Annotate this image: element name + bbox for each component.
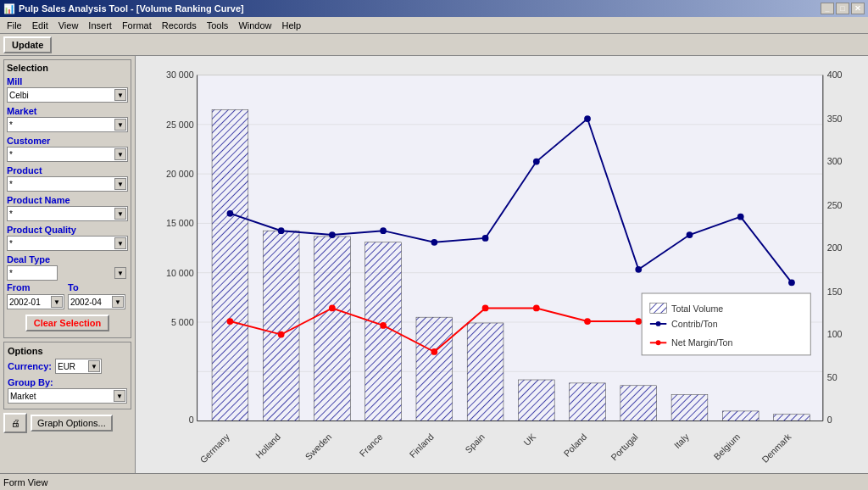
bottom-buttons: 🖨 Graph Options... — [3, 413, 131, 433]
deal-type-label: Deal Type — [7, 254, 128, 264]
selection-section: Selection Mill Celbi ▼ Market * ▼ Custom… — [3, 59, 131, 338]
from-select[interactable]: 2002-01 — [7, 294, 64, 309]
svg-rect-39 — [671, 394, 708, 420]
group-by-select[interactable]: Market Customer Product — [8, 388, 127, 404]
currency-row: Currency: EUR USD GBP ▼ — [8, 359, 127, 374]
menu-help[interactable]: Help — [277, 19, 307, 32]
menu-records[interactable]: Records — [157, 19, 202, 32]
svg-text:15 000: 15 000 — [166, 218, 194, 228]
svg-point-54 — [227, 210, 234, 217]
svg-text:0: 0 — [827, 415, 832, 425]
printer-icon: 🖨 — [11, 418, 20, 428]
svg-text:Net Margin/Ton: Net Margin/Ton — [671, 337, 732, 348]
svg-point-56 — [329, 231, 336, 238]
to-dropdown-container: 2002-04 ▼ — [68, 294, 125, 309]
update-button[interactable]: Update — [3, 36, 52, 53]
svg-text:350: 350 — [827, 114, 843, 124]
toolbar: Update — [0, 34, 868, 56]
market-dropdown-container: * ▼ — [7, 117, 128, 132]
svg-rect-38 — [620, 386, 657, 421]
maximize-button[interactable]: □ — [836, 3, 849, 14]
product-name-dropdown-container: * ▼ — [7, 206, 128, 221]
menu-format[interactable]: Format — [117, 19, 157, 32]
deal-type-dropdown-arrow: ▼ — [114, 267, 126, 279]
from-label: From — [7, 282, 32, 292]
chart-svg: 30 000 25 000 20 000 15 000 10 000 5 000… — [142, 63, 861, 466]
deal-type-dropdown-container: * ▼ — [7, 265, 128, 281]
options-section: Options Currency: EUR USD GBP ▼ Group By… — [3, 342, 131, 409]
svg-rect-37 — [570, 383, 606, 421]
to-container: To 2002-04 ▼ — [68, 282, 125, 311]
app-icon: 📊 — [3, 3, 15, 14]
svg-text:400: 400 — [827, 70, 843, 80]
svg-text:5 000: 5 000 — [171, 317, 194, 327]
svg-text:100: 100 — [827, 329, 843, 339]
product-dropdown-container: * ▼ — [7, 176, 128, 192]
svg-point-58 — [431, 239, 437, 246]
svg-text:50: 50 — [827, 372, 837, 382]
svg-point-71 — [482, 305, 489, 312]
svg-rect-30 — [212, 109, 248, 420]
product-name-label: Product Name — [7, 195, 128, 205]
mill-select[interactable]: Celbi — [7, 87, 128, 103]
menu-edit[interactable]: Edit — [27, 19, 53, 32]
svg-rect-35 — [467, 323, 504, 421]
svg-point-74 — [635, 318, 642, 325]
product-name-select[interactable]: * — [7, 206, 128, 221]
to-select[interactable]: 2002-04 — [68, 294, 125, 309]
svg-point-62 — [635, 266, 642, 273]
svg-point-66 — [227, 318, 234, 325]
menu-insert[interactable]: Insert — [83, 19, 117, 32]
svg-text:250: 250 — [827, 200, 843, 210]
menu-window[interactable]: Window — [233, 19, 276, 32]
close-button[interactable]: ✕ — [851, 3, 865, 14]
svg-point-64 — [737, 214, 744, 220]
from-dropdown-container: 2002-01 ▼ — [7, 294, 64, 309]
svg-point-55 — [278, 227, 285, 234]
svg-point-59 — [482, 235, 489, 242]
status-text: Form View — [3, 477, 47, 487]
svg-point-70 — [431, 348, 437, 355]
product-quality-select[interactable]: * — [7, 236, 128, 251]
minimize-button[interactable]: _ — [821, 3, 834, 14]
menu-tools[interactable]: Tools — [202, 19, 234, 32]
customer-select[interactable]: * — [7, 147, 128, 162]
market-select[interactable]: * — [7, 117, 128, 132]
graph-options-button[interactable]: Graph Options... — [31, 415, 113, 432]
svg-text:0: 0 — [189, 415, 194, 425]
clear-selection-button[interactable]: Clear Selection — [25, 315, 109, 331]
svg-point-85 — [656, 340, 661, 345]
svg-text:30 000: 30 000 — [166, 70, 194, 80]
from-to-row: From 2002-01 ▼ To 2002-04 ▼ — [7, 282, 128, 311]
title-bar: 📊 Pulp Sales Analysis Tool - [Volume Ran… — [0, 0, 868, 17]
customer-label: Customer — [7, 136, 128, 146]
currency-label: Currency: — [8, 361, 52, 371]
from-to-labels: From 2002-01 ▼ — [7, 282, 64, 311]
svg-point-67 — [278, 331, 285, 338]
svg-text:Contrib/Ton: Contrib/Ton — [671, 319, 718, 329]
svg-rect-40 — [722, 411, 759, 421]
options-title: Options — [8, 346, 127, 356]
svg-point-82 — [656, 321, 661, 326]
selection-title: Selection — [7, 63, 128, 73]
currency-select[interactable]: EUR USD GBP — [55, 359, 102, 374]
svg-point-72 — [533, 305, 540, 312]
svg-point-73 — [584, 318, 591, 325]
mill-label: Mill — [7, 76, 128, 86]
print-button[interactable]: 🖨 — [3, 413, 27, 433]
group-by-dropdown-container: Market Customer Product ▼ — [8, 388, 127, 404]
window-title: Pulp Sales Analysis Tool - [Volume Ranki… — [19, 3, 244, 14]
svg-point-69 — [380, 322, 387, 329]
svg-point-65 — [788, 279, 795, 286]
menu-view[interactable]: View — [53, 19, 84, 32]
svg-text:150: 150 — [827, 287, 843, 297]
svg-text:10 000: 10 000 — [166, 268, 194, 278]
svg-text:200: 200 — [827, 242, 843, 253]
svg-rect-31 — [263, 231, 299, 420]
customer-dropdown-container: * ▼ — [7, 147, 128, 162]
svg-text:20 000: 20 000 — [166, 169, 194, 179]
product-select[interactable]: * — [7, 176, 128, 192]
menu-file[interactable]: File — [2, 19, 27, 32]
deal-type-select[interactable]: * — [7, 265, 58, 281]
left-panel: Selection Mill Celbi ▼ Market * ▼ Custom… — [0, 56, 136, 473]
